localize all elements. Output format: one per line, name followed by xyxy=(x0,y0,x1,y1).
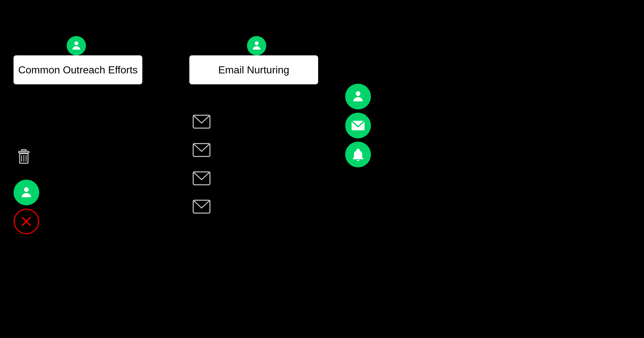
email-nurturing-label: Email Nurturing xyxy=(218,64,289,76)
person-icon xyxy=(71,40,82,52)
common-outreach-label: Common Outreach Efforts xyxy=(18,64,137,76)
svg-point-8 xyxy=(357,160,359,161)
common-outreach-node[interactable]: Common Outreach Efforts xyxy=(14,55,142,84)
common-outreach-avatar xyxy=(67,36,86,55)
svg-point-0 xyxy=(74,42,78,45)
person-icon-green xyxy=(351,89,365,104)
bell-icon-green xyxy=(351,147,365,162)
svg-point-6 xyxy=(356,91,361,96)
mail-icon-green xyxy=(351,118,365,133)
email-nurturing-node[interactable]: Email Nurturing xyxy=(189,55,318,84)
green-person-circle[interactable] xyxy=(345,84,371,109)
person-icon-2 xyxy=(251,40,262,52)
email-nurturing-avatar xyxy=(247,36,266,55)
svg-point-15 xyxy=(24,187,29,192)
svg-point-1 xyxy=(255,42,259,45)
mail-icon-4[interactable] xyxy=(193,200,211,214)
mail-icon-2[interactable] xyxy=(193,143,211,157)
left-person-circle[interactable] xyxy=(14,180,39,205)
x-icon xyxy=(20,215,33,228)
mail-icon-3[interactable] xyxy=(193,171,211,185)
canvas: Common Outreach Efforts Email Nurturing xyxy=(0,0,644,338)
red-x-circle[interactable] xyxy=(14,209,39,234)
mail-icon-1[interactable] xyxy=(193,115,211,129)
svg-rect-10 xyxy=(22,150,26,151)
green-bell-circle[interactable] xyxy=(345,142,371,167)
left-person-icon xyxy=(19,185,33,200)
trash-icon[interactable] xyxy=(15,149,32,165)
green-mail-circle[interactable] xyxy=(345,113,371,138)
